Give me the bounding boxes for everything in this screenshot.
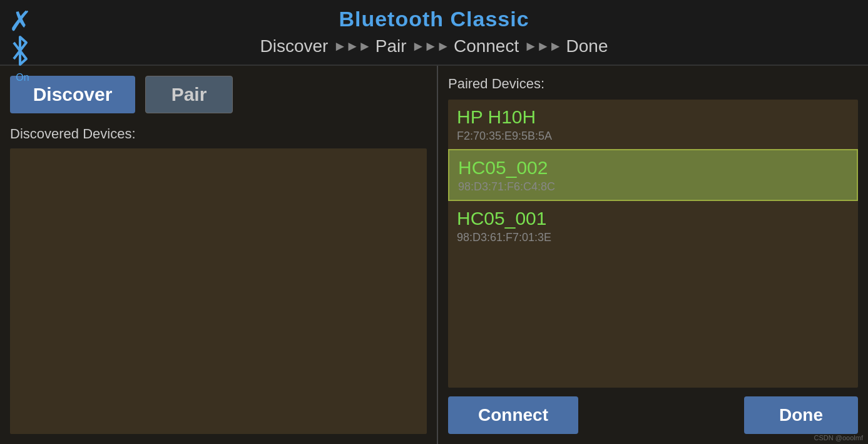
device-name: HC05_002 [458, 157, 848, 179]
paired-devices-list: HP H10H F2:70:35:E9:5B:5A HC05_002 98:D3… [448, 100, 858, 388]
step-done: Done [566, 36, 608, 56]
arrow-3: ►►► [524, 38, 561, 54]
device-mac: 98:D3:61:F7:01:3E [457, 231, 849, 244]
step-discover: Discover [260, 36, 329, 56]
bluetooth-status: ✗ On [9, 8, 36, 51]
list-item[interactable]: HC05_002 98:D3:71:F6:C4:8C [448, 149, 858, 201]
device-mac: F2:70:35:E9:5B:5A [457, 130, 849, 143]
bluetooth-svg-icon [9, 35, 31, 66]
connect-button[interactable]: Connect [448, 396, 578, 434]
bluetooth-icon: ✗ [9, 8, 36, 71]
step-connect: Connect [454, 36, 519, 56]
right-bottom-buttons: Connect Done [448, 396, 858, 434]
arrow-2: ►►► [412, 38, 449, 54]
device-mac: 98:D3:71:F6:C4:8C [458, 180, 848, 194]
done-button[interactable]: Done [744, 396, 858, 434]
list-item[interactable]: HP H10H F2:70:35:E9:5B:5A [448, 100, 858, 149]
left-panel: Discover Pair Discovered Devices: [0, 66, 438, 444]
app-container: ✗ On Bluetooth Classic Discover ►►► Pair… [0, 0, 868, 444]
arrow-1: ►►► [333, 38, 370, 54]
bluetooth-on-label: On [16, 72, 29, 83]
device-name: HP H10H [457, 106, 849, 128]
pair-button[interactable]: Pair [145, 76, 233, 113]
step-indicator: Discover ►►► Pair ►►► Connect ►►► Done [260, 36, 608, 56]
discovered-devices-list [10, 148, 427, 434]
header: ✗ On Bluetooth Classic Discover ►►► Pair… [0, 0, 868, 66]
step-pair: Pair [375, 36, 407, 56]
watermark: CSDN @ooolmf [814, 434, 863, 441]
page-title: Bluetooth Classic [339, 7, 529, 31]
discovered-devices-title: Discovered Devices: [10, 126, 427, 142]
device-name: HC05_001 [457, 207, 849, 230]
paired-devices-title: Paired Devices: [448, 76, 858, 92]
main-content: Discover Pair Discovered Devices: Paired… [0, 66, 868, 444]
list-item[interactable]: HC05_001 98:D3:61:F7:01:3E [448, 201, 858, 250]
right-panel: Paired Devices: HP H10H F2:70:35:E9:5B:5… [438, 66, 868, 444]
left-buttons: Discover Pair [10, 76, 427, 113]
